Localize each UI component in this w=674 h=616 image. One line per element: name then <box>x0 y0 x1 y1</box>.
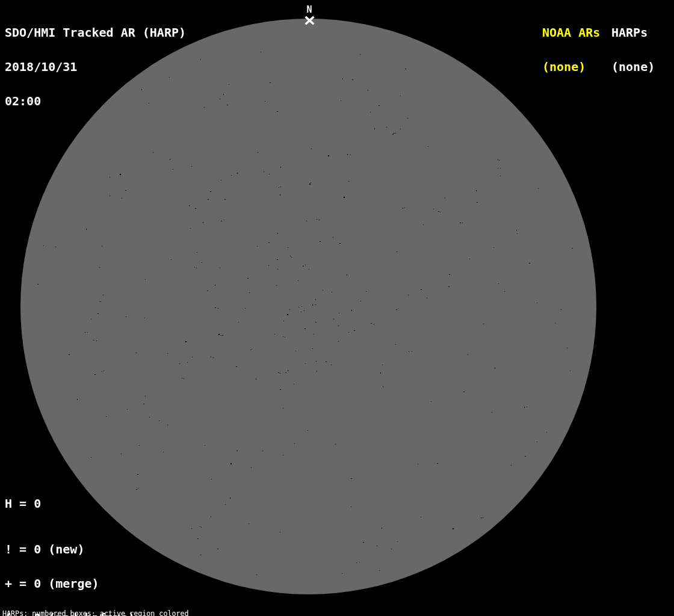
north-label: N <box>304 5 315 14</box>
noaa-ars-counter: NOAA ARs (none) <box>542 4 600 96</box>
legend-item-merge: + = 0 (merge) <box>5 578 143 590</box>
harp-count-label: H = 0 <box>5 498 41 510</box>
date-label: 2018/10/31 <box>5 61 186 73</box>
time-label: 02:00 <box>5 96 186 107</box>
harps-counter: HARPs (none) <box>611 4 655 96</box>
header: SDO/HMI Tracked AR (HARP) 2018/10/31 02:… <box>5 4 186 130</box>
footer-note-harps: HARPs: numbered boxes; active region col… <box>2 610 248 616</box>
harps-value: (none) <box>611 61 655 73</box>
noaa-ars-value: (none) <box>542 61 600 73</box>
harp-tracker-view: SDO/HMI Tracked AR (HARP) 2018/10/31 02:… <box>0 0 674 616</box>
north-cross-icon <box>305 16 315 25</box>
legend-item-new: ! = 0 (new) <box>5 544 143 555</box>
harps-label: HARPs <box>611 27 655 38</box>
page-title: SDO/HMI Tracked AR (HARP) <box>5 27 186 38</box>
footer-notes: HARPs: numbered boxes; active region col… <box>2 596 248 616</box>
noaa-ars-label: NOAA ARs <box>542 27 600 38</box>
